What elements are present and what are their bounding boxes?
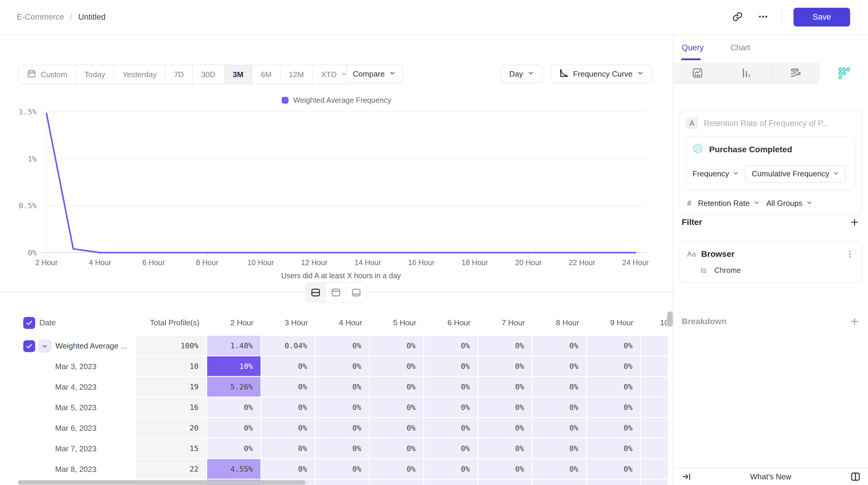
value-cell <box>641 356 668 377</box>
value-cell: 0% <box>533 397 587 418</box>
column-header-4-hour[interactable]: 4 Hour <box>316 318 370 327</box>
vertical-scrollbar[interactable] <box>667 311 673 327</box>
column-header-total-profile-s-[interactable]: Total Profile(s) <box>135 318 207 327</box>
event-card[interactable]: Purchase Completed Frequency Cumulative … <box>686 136 856 190</box>
horizontal-scrollbar[interactable] <box>18 480 306 485</box>
value-cell: 10% <box>207 356 261 377</box>
table-row: Mar 3, 20231010%0%0%0%0%0%0%0% <box>18 356 668 377</box>
value-cell: 0% <box>587 336 641 356</box>
value-cell <box>533 480 587 485</box>
query-card: A Retention Rate of Frequency of P... Pu… <box>679 110 862 215</box>
chart-type-line-tab[interactable] <box>673 63 722 84</box>
add-filter-button[interactable] <box>849 217 860 227</box>
granularity-button[interactable]: Day <box>501 65 542 83</box>
cumulative-frequency-dropdown[interactable]: Cumulative Frequency <box>745 165 846 183</box>
event-name[interactable]: Purchase Completed <box>709 145 792 154</box>
table-row: Mar 8, 2023224.55%0%0%0%0%0%0%0% <box>18 459 668 480</box>
total-cell: 15 <box>135 439 207 459</box>
table-row: Mar 7, 2023150%0%0%0%0%0%0%0% <box>18 439 668 459</box>
filter-property[interactable]: Browser <box>701 249 840 259</box>
select-all-checkbox[interactable] <box>23 317 35 329</box>
chevron-down-icon <box>389 69 396 79</box>
more-menu-button[interactable] <box>756 10 770 25</box>
groups-dropdown[interactable]: All Groups <box>766 199 812 208</box>
x-tick-label: 2 Hour <box>35 258 58 267</box>
query-title-input[interactable]: Retention Rate of Frequency of P... <box>704 119 829 128</box>
value-cell: 4.55% <box>207 459 261 480</box>
value-cell: 0% <box>424 397 478 418</box>
value-cell <box>641 480 668 485</box>
range-12m-button[interactable]: 12M <box>280 65 313 84</box>
add-breakdown-button[interactable] <box>849 316 860 326</box>
save-button[interactable]: Save <box>794 8 850 27</box>
chart-view-button[interactable]: Frequency Curve <box>551 65 652 83</box>
range-today-button[interactable]: Today <box>76 65 114 84</box>
row-checkbox[interactable] <box>23 340 35 352</box>
whats-new-link[interactable]: What's New <box>691 472 850 481</box>
x-tick-label: 4 Hour <box>89 258 111 267</box>
chevron-down-icon <box>527 69 534 79</box>
tab-query[interactable]: Query <box>682 43 704 60</box>
chart-controls: Day Frequency Curve <box>501 65 652 83</box>
value-cell: 0% <box>533 439 587 459</box>
chart-type-flows-tab[interactable] <box>771 63 820 84</box>
chart-type-bar-tab[interactable] <box>722 63 771 84</box>
expand-row-button[interactable] <box>38 340 51 353</box>
column-header-8-hour[interactable]: 8 Hour <box>533 318 587 327</box>
range-30d-button[interactable]: 30D <box>193 65 224 84</box>
table-row: Mar 5, 2023160%0%0%0%0%0%0%0% <box>18 397 668 418</box>
compare-button[interactable]: Compare <box>346 65 403 83</box>
value-cell: 1.48% <box>207 336 261 356</box>
value-cell: 0% <box>587 418 641 439</box>
chart-type-frequency-tab[interactable] <box>820 63 868 84</box>
value-cell: 0% <box>316 418 370 439</box>
value-cell: 0% <box>261 356 316 377</box>
range-3m-button[interactable]: 3M <box>224 65 252 84</box>
row-label: Mar 3, 2023 <box>55 362 97 371</box>
x-tick-label: 12 Hour <box>301 258 328 267</box>
range-yesterday-button[interactable]: Yesterday <box>114 65 166 84</box>
value-cell: 0% <box>587 439 641 459</box>
value-cell: 0% <box>370 336 424 356</box>
layout-chart-only-button[interactable] <box>326 283 346 302</box>
date-column-header[interactable]: Date <box>39 318 56 327</box>
filter-card[interactable]: Aa Browser Is Chrome <box>679 241 862 283</box>
column-header-5-hour[interactable]: 5 Hour <box>370 318 424 327</box>
number-icon: # <box>687 199 691 208</box>
column-header-2-hour[interactable]: 2 Hour <box>207 318 261 327</box>
column-header-10-hour[interactable]: 10 Hour <box>641 318 668 327</box>
compare-label: Compare <box>353 69 385 79</box>
report-area: CustomTodayYesterday7D30D3M6M12MXTD Comp… <box>0 35 673 485</box>
frequency-curve-icon <box>559 68 569 80</box>
range-7d-button[interactable]: 7D <box>166 65 193 84</box>
column-header-3-hour[interactable]: 3 Hour <box>261 318 316 327</box>
filter-operator[interactable]: Is <box>701 266 707 275</box>
panel-footer: What's New <box>673 468 868 485</box>
layout-split-button[interactable] <box>306 283 326 302</box>
frequency-dropdown[interactable]: Frequency <box>692 169 739 179</box>
value-cell: 0% <box>261 459 316 480</box>
report-title[interactable]: Untitled <box>79 12 106 22</box>
value-cell: 0% <box>261 397 316 418</box>
kebab-menu-icon[interactable] <box>845 250 854 259</box>
x-tick-label: 8 Hour <box>196 258 218 267</box>
value-cell <box>424 480 478 485</box>
x-tick-label: 10 Hour <box>247 258 274 267</box>
column-header-6-hour[interactable]: 6 Hour <box>424 318 478 327</box>
split-panel-icon[interactable] <box>850 471 861 482</box>
metric-dropdown[interactable]: Retention Rate <box>698 199 760 208</box>
copy-link-button[interactable] <box>730 10 745 25</box>
breadcrumb-project[interactable]: E-Commerce <box>17 12 64 22</box>
x-tick-label: 22 Hour <box>569 258 595 267</box>
range-6m-button[interactable]: 6M <box>252 65 280 84</box>
layout-table-only-button[interactable] <box>346 283 366 302</box>
tab-chart[interactable]: Chart <box>731 43 750 60</box>
collapse-panel-button[interactable] <box>682 472 691 481</box>
range-custom-button[interactable]: Custom <box>19 65 76 84</box>
column-header-9-hour[interactable]: 9 Hour <box>587 318 641 327</box>
column-header-7-hour[interactable]: 7 Hour <box>478 318 533 327</box>
row-label: Mar 6, 2023 <box>55 424 97 433</box>
x-tick-label: 20 Hour <box>515 258 541 267</box>
value-cell: 0% <box>478 356 533 377</box>
filter-value[interactable]: Chrome <box>714 266 741 275</box>
